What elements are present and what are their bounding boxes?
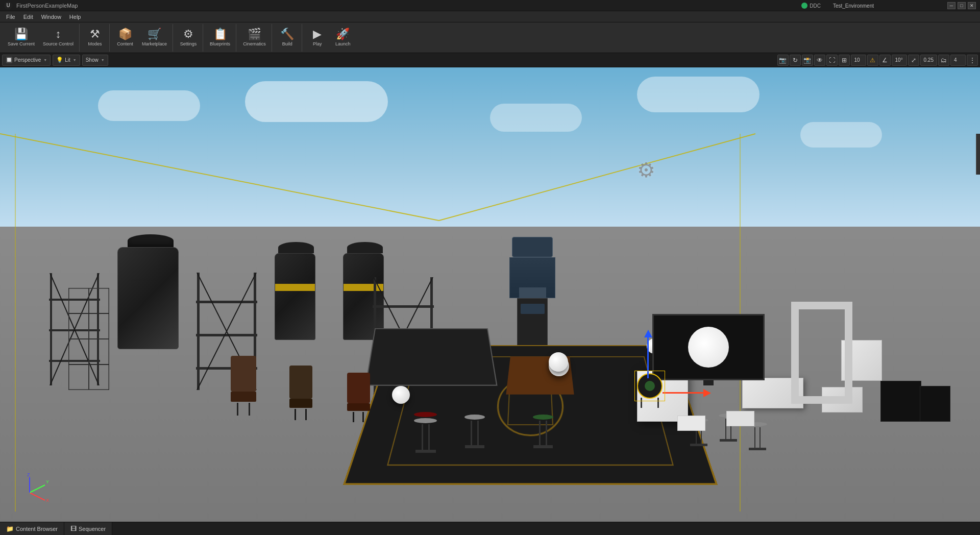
angle-value[interactable]: 10°	[892, 55, 907, 66]
small-rug	[365, 328, 497, 386]
content-browser-tab[interactable]: 📁 Content Browser	[0, 522, 64, 535]
chair-2	[284, 366, 317, 422]
content-button[interactable]: 📦 Content	[113, 24, 137, 52]
layer-icon-btn[interactable]: 🗂	[938, 55, 949, 66]
play-button[interactable]: ▶ Play	[305, 24, 330, 52]
ddc-indicator	[801, 3, 807, 9]
title-bar-left: U FirstPersonExampleMap	[4, 2, 78, 10]
bottom-bar: 📁 Content Browser 🎞 Sequencer	[0, 522, 980, 535]
source-control-button[interactable]: ↕ Source Control	[39, 24, 77, 52]
source-control-icon: ↕	[56, 29, 61, 40]
show-button[interactable]: Show ▼	[82, 55, 108, 66]
black-container-1	[880, 381, 921, 422]
cinematics-icon: 🎬	[248, 29, 261, 40]
vr-icon-btn[interactable]: 👁	[814, 55, 825, 66]
toolbar-group-file: 💾 Save Current ↕ Source Control	[2, 24, 80, 52]
launch-label: Launch	[335, 41, 351, 46]
svg-rect-11	[197, 273, 200, 390]
right-panel-handle[interactable]	[976, 134, 980, 175]
restore-button[interactable]: □	[958, 2, 966, 9]
scale-value[interactable]: 0.25	[920, 55, 937, 66]
screenshot-icon-btn[interactable]: 📸	[802, 55, 813, 66]
title-bar-controls: ─ □ ✕	[947, 2, 976, 9]
chair-3	[343, 373, 374, 426]
viewport-toolbar: 🔲 Perspective ▼ 💡 Lit ▼ Show ▼ 📷 ↻ 📸 👁 ⛶…	[0, 53, 980, 67]
cloud-5	[800, 122, 882, 148]
svg-line-32	[30, 485, 45, 493]
lit-arrow: ▼	[73, 58, 77, 62]
vp-settings-btn[interactable]: ⋮	[967, 55, 978, 66]
lit-button[interactable]: 💡 Lit ▼	[53, 55, 80, 66]
svg-text:Z: Z	[27, 472, 30, 477]
ddc-label: DDC	[810, 3, 821, 9]
vp-right-controls: 📷 ↻ 📸 👁 ⛶ ⊞ 10 ⚠ ∠ 10° ⤢ 0.25 🗂 4 ⋮	[777, 55, 978, 66]
maximize-icon-btn[interactable]: ⛶	[826, 55, 838, 66]
sequencer-tab[interactable]: 🎞 Sequencer	[64, 522, 112, 535]
modes-label: Modes	[88, 41, 102, 46]
save-current-icon: 💾	[14, 29, 28, 40]
settings-button[interactable]: ⚙ Settings	[176, 24, 201, 52]
cloud-4	[637, 77, 760, 112]
svg-rect-20	[373, 305, 434, 308]
title-bar-title: FirstPersonExampleMap	[16, 3, 78, 9]
angle-icon-btn[interactable]: ∠	[879, 55, 891, 66]
medium-tank-1	[275, 242, 318, 340]
stool-right-2	[745, 422, 770, 458]
build-icon: 🔨	[280, 29, 294, 40]
realtime-icon-btn[interactable]: ↻	[790, 55, 801, 66]
content-browser-icon: 📁	[6, 525, 14, 532]
cloud-2	[245, 81, 388, 122]
scene-canvas: ⚙ X Y Z	[0, 67, 980, 522]
content-label: Content	[117, 41, 133, 46]
toolbar-group-build: 🔨 Build	[273, 24, 302, 52]
grid-icon-btn[interactable]: ⊞	[839, 55, 850, 66]
play-icon: ▶	[313, 29, 322, 40]
title-bar: U FirstPersonExampleMap DDC Test_Environ…	[0, 0, 980, 11]
white-stool-cube-1	[677, 416, 705, 431]
show-arrow: ▼	[101, 58, 105, 62]
menu-edit[interactable]: Edit	[19, 13, 37, 21]
sphere-1	[392, 386, 410, 404]
grid-value[interactable]: 10	[851, 55, 866, 66]
minimize-button[interactable]: ─	[947, 2, 955, 9]
menu-bar: File Edit Window Help	[0, 11, 980, 22]
viewport-type-button[interactable]: 🔲 Perspective ▼	[2, 55, 51, 66]
modes-button[interactable]: ⚒ Modes	[83, 24, 107, 52]
toolbar-group-content: 📦 Content 🛒 Marketplace	[111, 24, 173, 52]
settings-label: Settings	[180, 41, 197, 46]
blueprints-button[interactable]: 📋 Blueprints	[206, 24, 234, 52]
viewport-type-label: Perspective	[14, 57, 41, 63]
cinematics-button[interactable]: 🎬 Cinematics	[239, 24, 270, 52]
build-button[interactable]: 🔨 Build	[275, 24, 300, 52]
camera-icon-btn[interactable]: 📷	[777, 55, 789, 66]
main-viewport[interactable]: ⚙ X Y Z	[0, 67, 980, 522]
blueprints-label: Blueprints	[210, 41, 230, 46]
ddc-status: DDC Test_Environment	[797, 0, 878, 11]
svg-text:X: X	[46, 498, 49, 503]
menu-file[interactable]: File	[2, 13, 19, 21]
toolbar-group-play: ▶ Play 🚀 Launch	[303, 24, 357, 52]
menu-window[interactable]: Window	[37, 13, 65, 21]
menu-help[interactable]: Help	[65, 13, 85, 21]
lit-icon: 💡	[56, 57, 63, 63]
scale-icon-btn[interactable]: ⤢	[908, 55, 919, 66]
toolbar-group-blueprints: 📋 Blueprints	[204, 24, 236, 52]
large-tank	[117, 234, 184, 349]
launch-button[interactable]: 🚀 Launch	[331, 24, 355, 52]
cloud-1	[98, 90, 200, 121]
marketplace-button[interactable]: 🛒 Marketplace	[138, 24, 170, 52]
save-current-label: Save Current	[8, 41, 35, 46]
save-current-button[interactable]: 💾 Save Current	[4, 24, 38, 52]
stool-2	[460, 415, 488, 458]
warning-icon-btn[interactable]: ⚠	[867, 55, 878, 66]
toolbar: 💾 Save Current ↕ Source Control ⚒ Modes …	[0, 22, 980, 53]
show-label: Show	[86, 57, 99, 63]
close-button[interactable]: ✕	[968, 2, 976, 9]
svg-rect-13	[196, 301, 257, 303]
layer-value[interactable]: 4	[950, 55, 966, 66]
lit-label: Lit	[65, 57, 70, 63]
stool-3	[529, 415, 557, 458]
fence-gate	[68, 288, 109, 390]
gear-indicator: ⚙	[637, 158, 655, 182]
ue-logo: U	[4, 2, 12, 10]
